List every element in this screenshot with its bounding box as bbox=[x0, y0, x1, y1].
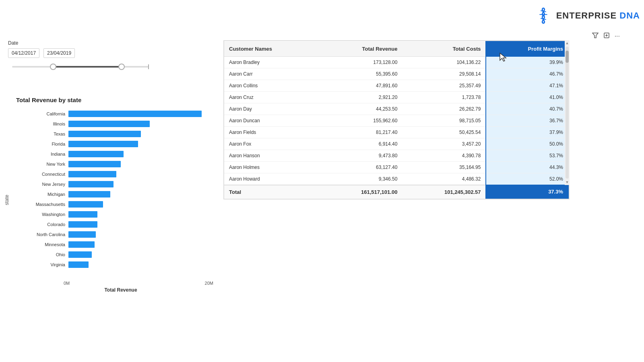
table-header-cell[interactable]: Profit Margins bbox=[486, 41, 568, 56]
bar-label: North Carolina bbox=[12, 232, 68, 237]
bar-fill bbox=[68, 261, 89, 268]
y-axis-label: state bbox=[4, 109, 12, 278]
bar-row[interactable]: New Jersey bbox=[12, 180, 213, 189]
table-cell: 4,390.78 bbox=[402, 150, 486, 162]
bar-row[interactable]: Colorado bbox=[12, 220, 213, 229]
date-slider-track[interactable] bbox=[12, 66, 149, 68]
x-axis-max: 20M bbox=[205, 281, 213, 286]
table-cell: 9,473.80 bbox=[319, 150, 402, 162]
bar-outer bbox=[68, 161, 213, 167]
table-row: Aaron Fields81,217.4050,425.5437.9% bbox=[224, 127, 568, 138]
bar-outer bbox=[68, 201, 213, 208]
start-date-input[interactable]: 04/12/2017 bbox=[8, 48, 39, 58]
bar-outer bbox=[68, 241, 213, 248]
bar-row[interactable]: New York bbox=[12, 160, 213, 169]
bar-row[interactable]: Minnesota bbox=[12, 240, 213, 249]
bar-row[interactable]: North Carolina bbox=[12, 230, 213, 239]
bar-label: New Jersey bbox=[12, 182, 68, 187]
bar-row[interactable]: Indiana bbox=[12, 150, 213, 158]
table-cell: 81,217.40 bbox=[319, 127, 402, 138]
table-row: Aaron Cruz2,921.201,723.7841.0% bbox=[224, 92, 568, 103]
chart-inner: California Illinois Texas Florida Indian… bbox=[12, 109, 213, 278]
table-scroll-container: Customer NamesTotal RevenueTotal CostsPr… bbox=[224, 41, 569, 199]
more-icon[interactable]: ··· bbox=[615, 33, 620, 40]
bar-fill bbox=[68, 181, 114, 187]
chart-section: Total Revenue by state state California … bbox=[4, 97, 213, 330]
table-cell: Aaron Holmes bbox=[224, 162, 319, 173]
table-row: Aaron Fox6,914.403,457.2050.0% bbox=[224, 138, 568, 150]
bar-row[interactable]: Texas bbox=[12, 130, 213, 138]
table-cell: Aaron Collins bbox=[224, 80, 319, 92]
table-scrollbar[interactable]: ▲ ▼ bbox=[565, 40, 570, 185]
bar-row[interactable]: Massachusetts bbox=[12, 200, 213, 209]
table-cell: 25,357.49 bbox=[402, 80, 486, 92]
table-cell: Aaron Cruz bbox=[224, 92, 319, 103]
table-cell: 26,262.79 bbox=[402, 103, 486, 115]
scroll-track bbox=[566, 47, 569, 179]
bar-row[interactable]: Michigan bbox=[12, 190, 213, 199]
bar-label: New York bbox=[12, 162, 68, 167]
table-row: Aaron Hanson9,473.804,390.7853.7% bbox=[224, 150, 568, 162]
table-footer-row: Total161,517,101.00101,245,302.5737.3% bbox=[224, 185, 568, 198]
end-date-input[interactable]: 23/04/2019 bbox=[43, 48, 75, 58]
table-cell: 55,395.60 bbox=[319, 68, 402, 80]
dna-logo-icon bbox=[534, 6, 553, 25]
chart-container: state California Illinois Texas Florida … bbox=[4, 109, 213, 278]
table-cell: 50,425.54 bbox=[402, 127, 486, 138]
bar-row[interactable]: Connecticut bbox=[12, 170, 213, 179]
bar-row[interactable]: California bbox=[12, 109, 213, 118]
table-cell: 37.9% bbox=[486, 127, 568, 138]
bar-outer bbox=[68, 181, 213, 187]
x-axis: 0M 20M bbox=[4, 281, 213, 286]
bar-outer bbox=[68, 141, 213, 147]
chart-title: Total Revenue by state bbox=[16, 97, 213, 103]
table-row: Aaron Howard9,346.504,486.3252.0% bbox=[224, 173, 568, 185]
table-cell: 40.7% bbox=[486, 103, 568, 115]
table-row: Aaron Carr55,395.6029,508.1446.7% bbox=[224, 68, 568, 80]
bar-row[interactable]: Illinois bbox=[12, 119, 213, 128]
table-cell: 41.0% bbox=[486, 92, 568, 103]
bar-fill bbox=[68, 161, 121, 167]
export-icon[interactable] bbox=[603, 32, 610, 40]
scroll-down-arrow[interactable]: ▼ bbox=[565, 179, 570, 185]
bar-label: Minnesota bbox=[12, 242, 68, 247]
bar-outer bbox=[68, 171, 213, 177]
table-cell: 52.0% bbox=[486, 173, 568, 185]
bar-fill bbox=[68, 171, 116, 177]
bar-outer bbox=[68, 251, 213, 258]
table-cell: Aaron Fox bbox=[224, 138, 319, 150]
table-cell: 44,253.50 bbox=[319, 103, 402, 115]
slider-thumb-right[interactable] bbox=[118, 64, 125, 70]
table-cell: 2,921.20 bbox=[319, 92, 402, 103]
x-axis-min: 0M bbox=[64, 281, 70, 286]
scroll-handle[interactable] bbox=[566, 51, 569, 63]
table-cell: 63,127.40 bbox=[319, 162, 402, 173]
slider-line-end bbox=[148, 64, 149, 69]
bar-row[interactable]: Washington bbox=[12, 210, 213, 219]
toolbar-icons: ··· bbox=[592, 32, 620, 40]
bar-row[interactable]: Ohio bbox=[12, 250, 213, 259]
table-row: Aaron Holmes63,127.4035,164.9544.3% bbox=[224, 162, 568, 173]
bar-fill bbox=[68, 231, 96, 238]
filter-icon[interactable] bbox=[592, 32, 599, 40]
table-header-cell[interactable]: Customer Names bbox=[224, 41, 319, 56]
table-cell: 3,457.20 bbox=[402, 138, 486, 150]
table-cell: Aaron Hanson bbox=[224, 150, 319, 162]
bar-row[interactable]: Florida bbox=[12, 140, 213, 148]
bar-label: California bbox=[12, 111, 68, 116]
slider-thumb-left[interactable] bbox=[50, 64, 56, 70]
scroll-up-arrow[interactable]: ▲ bbox=[565, 40, 570, 46]
table-header-cell[interactable]: Total Revenue bbox=[319, 41, 402, 56]
table-row: Aaron Collins47,891.6025,357.4947.1% bbox=[224, 80, 568, 92]
table-header-cell[interactable]: Total Costs bbox=[402, 41, 486, 56]
table-row: Aaron Day44,253.5026,262.7940.7% bbox=[224, 103, 568, 115]
data-table: Customer NamesTotal RevenueTotal CostsPr… bbox=[224, 41, 569, 199]
table-cell: 50.0% bbox=[486, 138, 568, 150]
bar-fill bbox=[68, 221, 97, 228]
bar-row[interactable]: Virginia bbox=[12, 260, 213, 269]
table-cell: 35,164.95 bbox=[402, 162, 486, 173]
table-body: Aaron Bradley173,128.00104,136.2239.9%Aa… bbox=[224, 56, 568, 185]
bar-fill bbox=[68, 151, 124, 157]
slider-fill bbox=[53, 66, 122, 68]
bar-fill bbox=[68, 191, 110, 197]
